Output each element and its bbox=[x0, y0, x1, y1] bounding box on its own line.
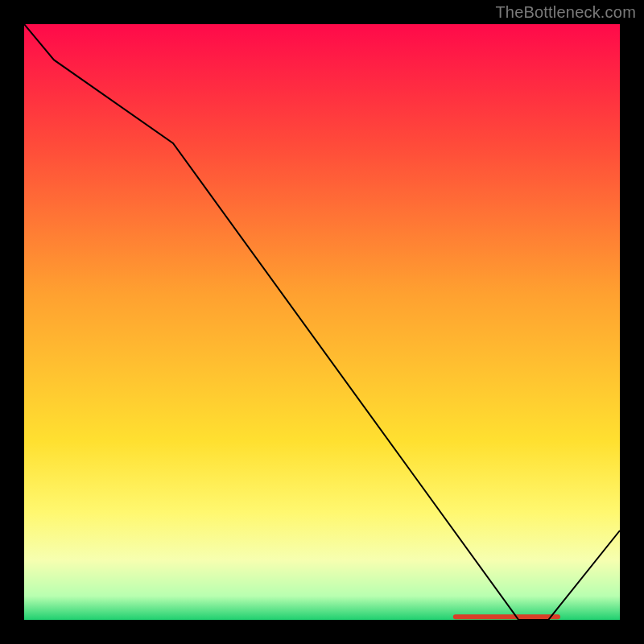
chart-svg bbox=[24, 24, 620, 620]
chart-container: TheBottleneck.com bbox=[0, 0, 644, 644]
plot-area bbox=[24, 24, 620, 620]
attribution-text: TheBottleneck.com bbox=[495, 3, 636, 22]
marker-band bbox=[453, 614, 560, 619]
chart-background-gradient bbox=[24, 24, 620, 620]
